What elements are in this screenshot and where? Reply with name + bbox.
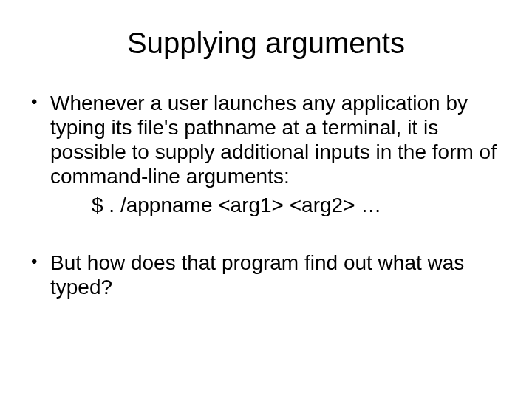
bullet-text: But how does that program find out what … xyxy=(50,251,464,299)
bullet-list: But how does that program find out what … xyxy=(30,250,502,299)
bullet-sub: $ . /appname <arg1> <arg2> … xyxy=(92,193,502,218)
slide: Supplying arguments Whenever a user laun… xyxy=(0,0,532,399)
bullet-item: Whenever a user launches any application… xyxy=(30,91,502,218)
bullet-item: But how does that program find out what … xyxy=(30,250,502,299)
bullet-text: Whenever a user launches any application… xyxy=(50,92,497,188)
page-title: Supplying arguments xyxy=(30,27,502,60)
spacer xyxy=(30,225,502,250)
bullet-list: Whenever a user launches any application… xyxy=(30,91,502,218)
